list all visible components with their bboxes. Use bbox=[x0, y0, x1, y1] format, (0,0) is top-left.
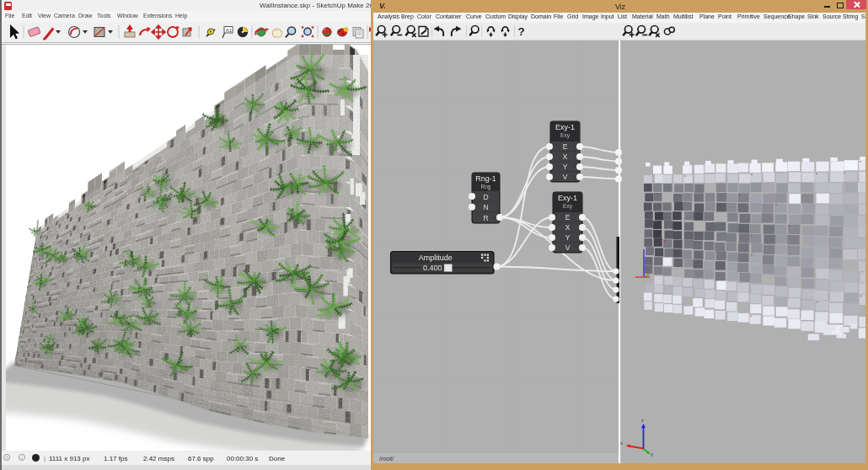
svg-text:Y: Y bbox=[565, 233, 571, 242]
svg-text:0.400: 0.400 bbox=[423, 264, 442, 272]
svg-text:Amplitude: Amplitude bbox=[419, 254, 453, 262]
svg-text:A1: A1 bbox=[226, 28, 232, 33]
svg-text:V: V bbox=[563, 173, 568, 181]
svg-text:E: E bbox=[563, 142, 568, 151]
svg-text:?: ? bbox=[517, 25, 524, 38]
svg-text:D: D bbox=[483, 193, 488, 201]
svg-text:E: E bbox=[565, 213, 571, 222]
svg-text:/root/: /root/ bbox=[379, 455, 394, 462]
svg-text:N: N bbox=[483, 203, 488, 211]
svg-text:z: z bbox=[641, 418, 644, 423]
svg-text:X: X bbox=[565, 223, 571, 232]
svg-text:Exy: Exy bbox=[563, 203, 573, 210]
svg-text:R: R bbox=[483, 214, 488, 222]
svg-text:Y: Y bbox=[563, 163, 568, 171]
svg-text:Rng: Rng bbox=[481, 184, 491, 190]
svg-text:Rng-1: Rng-1 bbox=[475, 174, 496, 183]
svg-text:Exy: Exy bbox=[560, 132, 571, 139]
svg-text:V: V bbox=[565, 243, 571, 252]
svg-text:y: y bbox=[651, 451, 653, 457]
svg-text:X: X bbox=[563, 152, 568, 161]
svg-text:Exy-1: Exy-1 bbox=[555, 123, 575, 131]
svg-text:x: x bbox=[620, 441, 623, 446]
svg-text:Exy-1: Exy-1 bbox=[558, 194, 577, 202]
